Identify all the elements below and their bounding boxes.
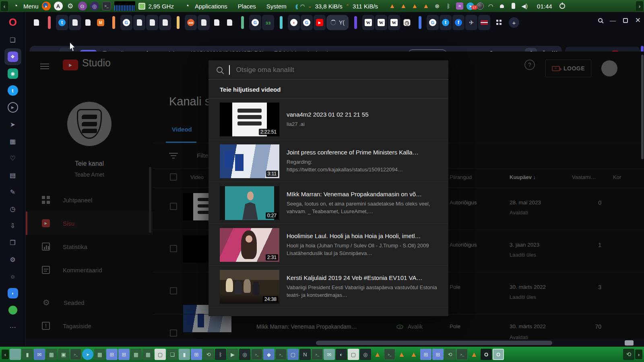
wifi-icon[interactable]: ◠ [486,2,495,10]
window-film[interactable]: ▦ [130,349,142,360]
window-video[interactable]: ▦ [46,349,57,360]
tor-icon[interactable]: ⊙ [78,2,87,10]
tab-doc[interactable] [198,15,210,30]
window-terminal[interactable]: >_ [384,349,395,360]
window-green[interactable]: ▮ [22,349,33,360]
scrollbar-end-button[interactable] [625,340,634,346]
tab-group-teal-bar[interactable] [275,15,287,30]
tab-group-violet-bar[interactable] [349,15,361,30]
channel-search-input[interactable] [236,66,441,74]
page-vertical-scrollbar-thumb[interactable] [641,55,644,159]
panel-collapse-left-icon[interactable]: ‹ [1,1,8,11]
horizontal-scrollbar[interactable] [26,339,644,347]
chatgpt-icon[interactable]: ◉ [4,65,21,82]
window-terminal[interactable]: >_ [275,349,287,360]
minimize-button[interactable]: — [610,17,616,24]
power-icon[interactable] [559,3,565,9]
window-play[interactable]: ▶ [227,349,238,360]
channel-search-bar[interactable] [208,60,448,80]
tab-doc[interactable] [159,15,171,30]
purple-tray-icon[interactable]: ≋ [456,2,463,10]
window-vlc[interactable]: ▲ [372,349,383,360]
window-terminal[interactable]: >_ [70,349,81,360]
highlights-icon[interactable]: ✎ [4,183,21,200]
window-vlc[interactable]: ▲ [396,349,407,360]
tab-google[interactable]: G [249,15,261,30]
window-white[interactable]: ▢ [348,349,359,360]
search-app-icon[interactable]: A [54,2,63,10]
opera-logo-icon[interactable]: O [8,16,17,28]
window-shield[interactable]: ◆ [263,349,275,360]
window-vlc[interactable]: ▲ [408,349,419,360]
purple-browser-icon[interactable]: ◎ [90,2,99,10]
applications-menu[interactable]: Applications [195,3,227,10]
new-tab-button[interactable]: + [509,17,519,28]
vlc-icon[interactable]: ▲ [399,2,408,10]
places-menu[interactable]: Places [238,3,256,10]
tab-doc[interactable] [30,15,42,30]
gears-icon[interactable]: ⚙ [66,2,75,10]
window-files[interactable] [10,349,21,360]
tab-doc[interactable] [69,15,81,30]
window-white[interactable]: ▢ [155,349,166,360]
feed-icon[interactable]: ▤ [4,167,21,183]
clock[interactable]: 01:44 [537,3,552,10]
window-mail[interactable]: ✉ [34,349,45,360]
window-spiral[interactable]: ◎ [360,349,371,360]
window-terminal[interactable]: >_ [312,349,323,360]
search-result-item[interactable]: 24:38 Kersti Kaljulaid 2019 24 Veb #Esto… [208,266,448,308]
volume-icon[interactable]: ◀) [520,2,529,10]
tab-wikipedia[interactable]: W [388,15,400,30]
window-vlc[interactable]: ▲ [469,349,480,360]
tab-menu-button[interactable] [493,15,505,30]
send-panel-icon[interactable]: ➤ [4,116,21,133]
settings-icon[interactable]: ⚙ [4,251,21,268]
panel-collapse-right-icon[interactable]: › [636,1,643,11]
tab-plane[interactable]: ✈ [465,15,477,30]
tab-youtube[interactable]: ▶ [314,15,326,30]
tab-youtube-studio-active[interactable]: Y( [326,15,349,30]
tab-latvia-flag[interactable] [478,15,490,30]
firefox-icon[interactable]: ◗ [42,2,51,10]
tab-group-green-bar[interactable] [236,15,248,30]
tab-facebook[interactable]: f [452,15,464,30]
battery-icon[interactable] [509,2,518,10]
close-button[interactable]: ✕ [635,16,641,25]
menu-logo-icon[interactable]: ◔ [11,2,20,10]
favorites-icon[interactable]: ♡ [4,150,21,167]
twitter-panel-icon[interactable]: t [4,82,21,99]
window-globe[interactable]: ◐ [336,349,347,360]
vlc-icon[interactable]: ▲ [388,2,396,10]
search-result-item[interactable]: 2:22:51 vana4m2 2023 01 02 21 21 55lia27… [208,99,448,140]
window-mail[interactable]: ✉ [324,349,335,360]
circle-x-icon[interactable]: ⊗ [433,2,442,10]
window-green[interactable]: ❏ [167,349,178,360]
window-grid[interactable]: ⊞ [432,349,444,360]
tab-group-red-bar[interactable] [43,15,55,30]
bell-icon[interactable] [497,2,506,10]
window-grid[interactable]: ⊞ [118,349,130,360]
apps-grid-icon[interactable]: ▦ [4,133,21,150]
vlc-icon[interactable]: ▲ [410,2,419,10]
search-tabs-icon[interactable] [598,18,603,23]
reading-list-icon[interactable]: ❏ [4,31,21,48]
search-result-item[interactable]: 0:27 MIkk Marran: Venemaa Propakandamasi… [208,182,448,224]
window-recycle[interactable]: ⟲ [444,349,456,360]
mod-panel-icon[interactable]: ❖ [4,48,21,65]
trash-icon[interactable]: ⟲ [623,349,634,360]
window-opera[interactable]: O [481,349,492,360]
applications-logo-icon[interactable]: ◔ [183,2,192,10]
tab-doc[interactable] [82,15,94,30]
tab-twitter[interactable]: t [440,15,452,30]
window-green[interactable]: ▣ [58,349,69,360]
window-bluetooth[interactable]: ᛒ [215,349,226,360]
vlc-icon[interactable]: ▲ [421,2,430,10]
play-panel-icon[interactable]: ▶ [4,99,21,116]
window-grid[interactable]: ⊞ [191,349,202,360]
bluetooth-icon[interactable]: ᛒ [444,2,453,10]
tab-group-yellow-bar[interactable] [172,15,184,30]
tab-group-blue-bar[interactable] [414,15,426,30]
tab-wikipedia[interactable]: W [362,15,374,30]
window-opera-active[interactable]: O [493,349,504,360]
tab-askfm[interactable]: ask [185,15,197,30]
